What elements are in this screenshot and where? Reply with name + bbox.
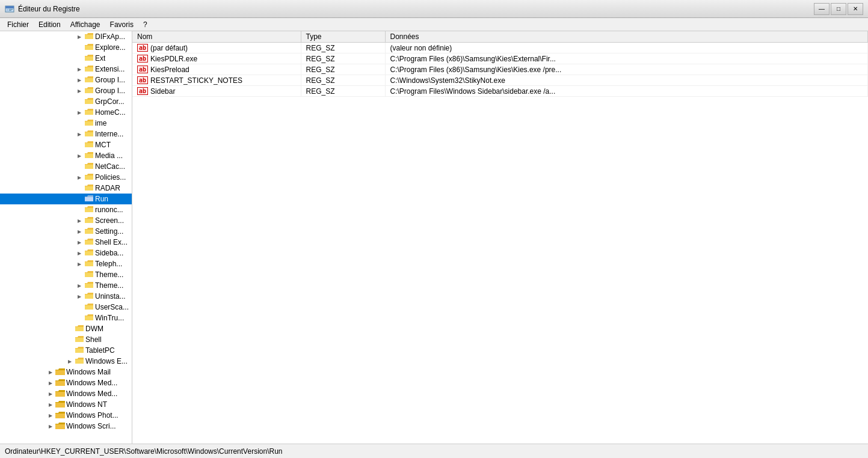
folder-icon (84, 151, 94, 160)
tree-label: Extensi... (95, 65, 125, 73)
tree-label: Interne... (95, 130, 123, 138)
tree-item-run[interactable]: Run (0, 194, 132, 204)
cell-data: C:\Program Files (x86)\Samsung\Kies\Exte… (385, 53, 868, 64)
folder-icon (55, 421, 65, 431)
tree-item-groupi2[interactable]: ▶ Group I... (0, 85, 132, 96)
tree-item-ext[interactable]: Ext (0, 53, 132, 64)
tree-item-windowsmed2[interactable]: ▶ Windows Med... (0, 388, 132, 399)
tree-item-radar[interactable]: RADAR (0, 183, 132, 194)
app-icon (5, 4, 14, 14)
tree-item-sidebar[interactable]: ▶ Sideba... (0, 248, 132, 258)
table-row[interactable]: ab KiesPDLR.exeREG_SZC:\Program Files (x… (132, 53, 868, 64)
maximize-button[interactable]: □ (831, 3, 846, 15)
tree-item-windowsmed1[interactable]: ▶ Windows Med... (0, 377, 132, 388)
tree-item-windowsphot[interactable]: ▶ Windows Phot... (0, 410, 132, 421)
registry-table[interactable]: Nom Type Données ab (par défaut)REG_SZ(v… (132, 31, 868, 444)
tree-item-homec[interactable]: ▶ HomeC... (0, 107, 132, 118)
menu-help[interactable]: ? (138, 19, 152, 30)
table-row[interactable]: ab (par défaut)REG_SZ(valeur non définie… (132, 43, 868, 53)
tree-item-setting[interactable]: ▶ Setting... (0, 226, 132, 237)
tree-item-windowsscri[interactable]: ▶ Windows Scri... (0, 421, 132, 432)
tree-item-runonc[interactable]: runonc... (0, 204, 132, 215)
folder-icon (84, 86, 94, 96)
folder-icon (84, 53, 94, 63)
tree-label: NetCac... (95, 162, 125, 171)
minimize-button[interactable]: — (814, 3, 830, 15)
tree-item-explore[interactable]: Explore... (0, 42, 132, 53)
tree-item-tabletpc[interactable]: TabletPC (0, 345, 132, 356)
tree-item-shell[interactable]: Shell (0, 334, 132, 345)
window-title: Éditeur du Registre (18, 5, 80, 13)
expand-icon: ▶ (75, 75, 84, 85)
tree-item-interne[interactable]: ▶ Interne... (0, 129, 132, 139)
folder-icon (84, 32, 94, 41)
data-table: Nom Type Données ab (par défaut)REG_SZ(v… (132, 31, 868, 97)
expand-icon (65, 324, 75, 334)
expand-icon (75, 183, 84, 193)
expand-icon: ▶ (75, 292, 84, 301)
close-button[interactable]: ✕ (848, 3, 863, 15)
tree-item-usersca[interactable]: UserSca... (0, 302, 132, 313)
tree-label: Windows Med... (66, 379, 117, 387)
tree-item-uninsta[interactable]: ▶ Uninsta... (0, 291, 132, 302)
menu-favoris[interactable]: Favoris (105, 19, 138, 30)
tree-label: Group I... (95, 87, 125, 95)
tree-label: Windows Scri... (66, 422, 116, 430)
folder-icon (84, 281, 94, 290)
tree-label: MCT (95, 141, 111, 149)
tree-item-dwm[interactable]: DWM (0, 323, 132, 334)
folder-icon (75, 356, 84, 366)
tree-item-ime[interactable]: ime (0, 118, 132, 129)
tree-item-mediam[interactable]: ▶ Media ... (0, 150, 132, 161)
expand-icon: ▶ (75, 216, 84, 225)
tree-item-groupi1[interactable]: ▶ Group I... (0, 75, 132, 85)
folder-icon (84, 205, 94, 215)
expand-icon (75, 194, 84, 204)
reg-ab-icon: ab KiesPDLR.exe (137, 55, 197, 63)
expand-icon: ▶ (75, 248, 84, 258)
table-row[interactable]: ab SidebarREG_SZC:\Program Files\Windows… (132, 86, 868, 97)
tree-item-wintru[interactable]: WinTru... (0, 313, 132, 323)
folder-icon (55, 400, 65, 409)
tree-label: Windows Phot... (66, 411, 119, 420)
expand-icon: ▶ (46, 389, 55, 398)
table-row[interactable]: ab KiesPreloadREG_SZC:\Program Files (x8… (132, 64, 868, 75)
folder-icon (55, 367, 65, 377)
tree-label: Teleph... (95, 260, 122, 268)
reg-ab-icon: ab Sidebar (137, 87, 175, 96)
menu-affichage[interactable]: Affichage (66, 19, 105, 30)
tree-label: Windows Med... (66, 389, 117, 398)
tree-item-screens[interactable]: ▶ Screen... (0, 215, 132, 226)
expand-icon: ▶ (75, 64, 84, 74)
tree-item-difxap[interactable]: ▶ DIFxAp... (0, 31, 132, 42)
cell-type: REG_SZ (301, 53, 385, 64)
reg-ab-icon: ab RESTART_STICKY_NOTES (137, 76, 242, 85)
reg-ab-icon: ab KiesPreload (137, 66, 189, 74)
tree-item-shellex[interactable]: ▶ Shell Ex... (0, 237, 132, 248)
tree-item-netcac[interactable]: NetCac... (0, 161, 132, 172)
folder-icon (84, 237, 94, 247)
tree-item-theme2[interactable]: ▶ Theme... (0, 280, 132, 291)
expand-icon: ▶ (46, 411, 55, 420)
tree-item-teleph[interactable]: ▶ Teleph... (0, 258, 132, 269)
tree-label: HomeC... (95, 108, 126, 117)
tree-item-extensi[interactable]: ▶ Extensi... (0, 64, 132, 75)
window-controls: — □ ✕ (814, 3, 863, 15)
menu-fichier[interactable]: Fichier (2, 19, 34, 30)
tree-item-windowse[interactable]: ▶ Windows E... (0, 356, 132, 367)
tree-item-windowsmail[interactable]: ▶ Windows Mail (0, 367, 132, 377)
tree-label: UserSca... (95, 303, 129, 311)
tree-label: DIFxAp... (95, 32, 125, 41)
expand-icon (75, 270, 84, 279)
tree-item-mct[interactable]: MCT (0, 139, 132, 150)
tree-item-grpcor[interactable]: GrpCor... (0, 96, 132, 107)
tree-scroll[interactable]: ▶ DIFxAp... Explore... (0, 31, 132, 444)
tree-item-windowsnt[interactable]: ▶ Windows NT (0, 399, 132, 410)
folder-icon (84, 162, 94, 171)
expand-icon: ▶ (75, 227, 84, 236)
tree-item-theme1[interactable]: Theme... (0, 269, 132, 280)
tree-item-policies[interactable]: ▶ Policies... (0, 172, 132, 183)
folder-icon (55, 378, 65, 388)
table-row[interactable]: ab RESTART_STICKY_NOTESREG_SZC:\Windows\… (132, 75, 868, 86)
menu-edition[interactable]: Edition (34, 19, 66, 30)
